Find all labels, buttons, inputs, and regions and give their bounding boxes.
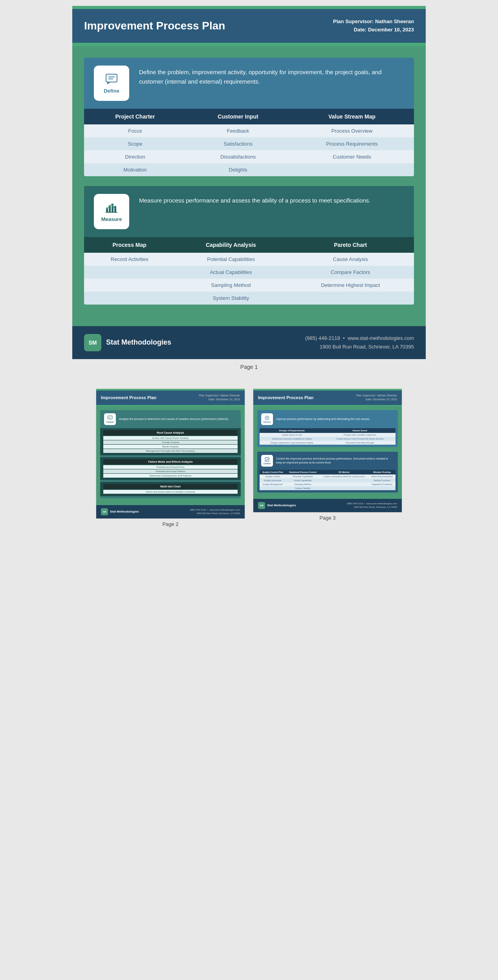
table-row: Design experiment to give optimized insi… — [260, 441, 395, 445]
page1-label: Page 1 — [0, 359, 498, 375]
page-title: Improvement Process Plan — [84, 20, 225, 32]
cell: System Stability — [175, 292, 287, 305]
thumb2-contact: (985) 446-2118 • www.stat-methodologies.… — [190, 508, 240, 515]
cell: Quality Management — [260, 482, 286, 486]
control-col-4: Mistake Proofing — [368, 470, 395, 474]
header-meta: Plan Supervisor: Nathan Sheeran Date: De… — [333, 18, 414, 34]
analyze-icon — [107, 415, 113, 421]
table-row: Record Activities Potential Capabilities… — [84, 253, 414, 266]
thumb2-header: Improvement Process Plan Plan Supervisor… — [96, 391, 245, 405]
page1-container: Improvement Process Plan Plan Supervisor… — [72, 6, 426, 359]
analyze-thumb-section: Analyze Analyze the process to determine… — [100, 410, 241, 498]
cell: Document and follow through — [324, 441, 395, 445]
cell — [320, 478, 369, 482]
cell: Focus — [84, 124, 186, 137]
control-thumb-header: Control Control the improved process and… — [257, 452, 398, 470]
measure-col-3: Pareto Chart — [287, 237, 414, 253]
improve-col-1: Design of Experiments — [260, 428, 324, 433]
cell — [368, 486, 395, 490]
table-row: System Stability — [84, 292, 414, 305]
table-row: Motivation Delights — [84, 163, 414, 176]
svg-rect-13 — [265, 458, 269, 462]
footer-phone: (985) 446-2118 — [305, 335, 340, 341]
fmea-row3: Determine Consequences of All Failures — [103, 474, 238, 478]
fmea-row1: Potential and Actual Errors — [103, 465, 238, 469]
improve-label: Improve — [263, 421, 271, 423]
define-header: Define Define the problem, improvement a… — [84, 58, 414, 109]
fmea-row2: Potential and Actual Defects — [103, 469, 238, 473]
improve-icon — [264, 415, 270, 421]
cell: Direction — [84, 150, 186, 163]
thumb2-date: December 10, 2023 — [216, 398, 240, 401]
analyze-icon-box: Analyze — [104, 413, 116, 425]
spacer — [257, 449, 398, 452]
cell: Compare Factors — [287, 266, 414, 279]
control-col-1: Quality Control Plan — [260, 470, 286, 474]
page3-wrapper: Improvement Process Plan Plan Supervisor… — [253, 389, 402, 527]
analyze-table-wrapper: Root Cause Analysis Events and Causal Fa… — [100, 428, 241, 455]
page1-footer: SM Stat Methodologies (985) 446-2118 • w… — [72, 326, 426, 359]
rca-row1: Events and Causal Factor Analysis — [103, 436, 238, 440]
define-label: Define — [104, 88, 119, 94]
thumb3-body: Improve Improve process performance by a… — [253, 406, 402, 499]
rca-title: Root Cause Analysis — [103, 430, 238, 435]
table-row: Quality Management Sampling Method Regul… — [260, 482, 395, 486]
footer-brand-name: Stat Methodologies — [106, 338, 171, 347]
define-col-2: Customer Input — [186, 109, 290, 124]
thumb3-contact: (985) 446-2118 • www.stat-methodologies.… — [347, 502, 397, 509]
bottom-accent-bar — [72, 43, 426, 46]
measure-header: Measure Measure process performance and … — [84, 186, 414, 237]
cell — [320, 482, 369, 486]
cell: Create a workplace suited for visual con… — [320, 474, 369, 478]
cell: Create teams to work through the Kaizen … — [324, 437, 395, 441]
cell: Satisfactions — [186, 137, 290, 150]
thumb3-date-label: Date: — [366, 398, 372, 401]
define-description: Define the problem, improvement activity… — [139, 66, 404, 86]
thumb3-meta: Plan Supervisor: Nathan Sheeran Date: De… — [356, 394, 397, 402]
cell: Setting Functions — [368, 478, 395, 482]
thumb3-date: December 10, 2023 — [373, 398, 397, 401]
cell: Actual Capabilities — [286, 478, 320, 482]
page3-label: Page 3 — [319, 515, 335, 521]
thumb3-address: 1900 Bull Run Road, Schriever, LA 70395 — [353, 506, 397, 508]
thumb3-brand: SM Stat Methodologies — [258, 502, 296, 509]
table-row: Actual Capabilities Compare Factors — [84, 266, 414, 279]
mvc-wrapper: Multi-Vari Chart Detect and assess types… — [100, 482, 241, 496]
cell: Scope — [84, 137, 186, 150]
table-row: System Stability — [260, 486, 395, 490]
cell — [84, 279, 175, 292]
footer-address: 1900 Bull Run Road, Schriever, LA 70395 — [320, 344, 414, 350]
thumb2-logo: SM — [101, 508, 108, 515]
measure-section: Measure Measure process performance and … — [84, 186, 414, 305]
define-col-3: Value Stream Map — [290, 109, 414, 124]
control-thumb-section: Control Control the improved process and… — [257, 452, 398, 493]
table-row: Sampling Method Determine Highest Impact — [84, 279, 414, 292]
cell: Motivation — [84, 163, 186, 176]
thumb3-footer: SM Stat Methodologies (985) 446-2118 • w… — [253, 499, 402, 512]
cell — [320, 486, 369, 490]
thumb2-brand: SM Stat Methodologies — [101, 508, 139, 515]
thumb2-supervisor-name: Nathan Sheeran — [220, 394, 240, 397]
fmea-wrapper: Failure Mode and Effects Analysis Potent… — [100, 457, 241, 480]
cell: Design experiment to give optimized insi… — [260, 441, 324, 445]
cell: Dissatisfactions — [186, 150, 290, 163]
cell: Quality Assurance — [260, 478, 286, 482]
cell: Isolate factors to test — [260, 433, 324, 437]
thumb3-title: Improvement Process Plan — [258, 395, 313, 400]
mvc-title: Multi-Vari Chart — [103, 484, 238, 489]
improve-icon-box: Improve — [261, 413, 273, 425]
analyze-thumb-header: Analyze Analyze the process to determine… — [100, 410, 241, 428]
thumb2-brand-name: Stat Methodologies — [110, 510, 139, 513]
cell: Potential Capabilities — [175, 253, 287, 266]
cell — [290, 163, 414, 176]
footer-contact: (985) 446-2118 • www.stat-methodologies.… — [305, 334, 414, 351]
control-col-2: Statistical Process Control — [286, 470, 320, 474]
table-row: Focus Feedback Process Overview — [84, 124, 414, 137]
cell: Actual Capabilities — [175, 266, 287, 279]
table-row: Direction Dissatisfactions Customer Need… — [84, 150, 414, 163]
analyze-thumb-desc: Analyze the process to determine root ca… — [119, 417, 229, 421]
thumb2-website: www.stat-methodologies.com — [209, 509, 240, 511]
measure-description: Measure process performance and assess t… — [139, 194, 370, 205]
thumb2-footer: SM Stat Methodologies (985) 446-2118 • w… — [96, 505, 245, 518]
svg-rect-0 — [106, 74, 117, 82]
